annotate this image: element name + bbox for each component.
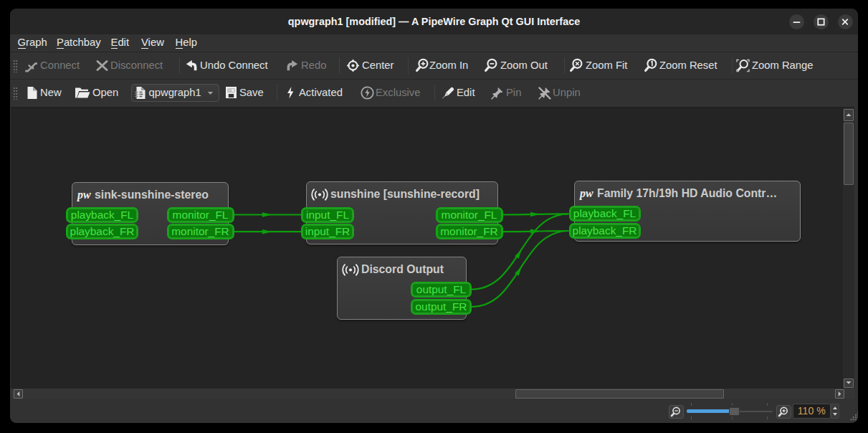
- svg-text:pw: pw: [579, 188, 593, 200]
- svg-text:pw: pw: [77, 189, 91, 201]
